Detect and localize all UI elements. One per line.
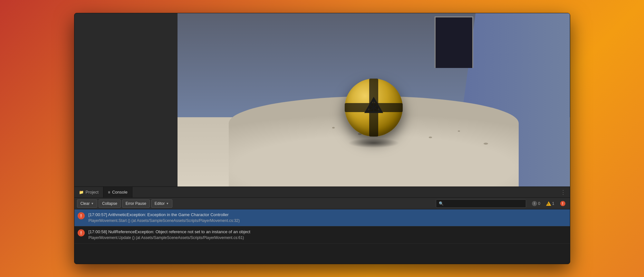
warning-badge-icon — [546, 201, 551, 206]
unity-logo-icon — [362, 96, 385, 119]
search-icon: 🔍 — [439, 201, 444, 206]
log-list: ! [17:00:57] ArithmeticException: Except… — [74, 209, 570, 264]
tab-project[interactable]: 📁 Project — [74, 187, 103, 197]
search-box[interactable]: 🔍 — [436, 199, 526, 208]
error-pause-label: Error Pause — [126, 201, 146, 206]
editor-label: Editor — [155, 201, 165, 206]
tab-bar: 📁 Project ≡ Console ⋮ — [74, 187, 570, 198]
ball-shadow — [348, 138, 399, 148]
badge-area: i 0 1 ! — [530, 200, 567, 207]
scene-door — [435, 16, 473, 68]
error-badge[interactable]: ! — [558, 200, 567, 207]
folder-icon: 📁 — [79, 190, 84, 195]
log-subtitle-2: PlayerMovement.Update () (at Assets/Samp… — [89, 235, 567, 241]
log-subtitle-1: PlayerMovement.Start () (at Assets/Sampl… — [89, 218, 567, 224]
editor-button[interactable]: Editor ▼ — [151, 199, 172, 208]
tab-project-label: Project — [86, 190, 99, 195]
scene-viewport — [178, 13, 570, 186]
search-input[interactable] — [446, 201, 523, 206]
error-icon-1: ! — [78, 212, 85, 219]
console-toolbar: Clear ▼ Collapse Error Pause Editor ▼ 🔍 — [74, 198, 570, 209]
info-badge-count: 0 — [538, 201, 540, 206]
info-badge-icon: i — [532, 201, 537, 206]
log-title-2: [17:00:58] NullReferenceException: Objec… — [89, 229, 567, 235]
scene-ball — [345, 79, 403, 137]
clear-label: Clear — [81, 201, 90, 206]
scene-debris — [429, 137, 432, 138]
unity-window: 📁 Project ≡ Console ⋮ Clear ▼ Collapse E… — [74, 13, 570, 264]
tab-console-label: Console — [112, 190, 128, 195]
scene-ball-container — [345, 79, 403, 148]
error-icon-2: ! — [78, 229, 85, 236]
tab-console[interactable]: ≡ Console — [103, 187, 132, 197]
console-icon: ≡ — [108, 190, 110, 195]
error-pause-button[interactable]: Error Pause — [122, 199, 150, 208]
viewport-area[interactable] — [178, 13, 570, 186]
warning-badge-count: 1 — [552, 201, 554, 206]
warning-badge[interactable]: 1 — [544, 201, 556, 206]
scene-debris — [458, 130, 460, 132]
editor-dropdown-arrow: ▼ — [166, 202, 169, 205]
error-badge-icon: ! — [560, 201, 565, 206]
collapse-label: Collapse — [102, 201, 117, 206]
log-text-1: [17:00:57] ArithmeticException: Exceptio… — [89, 212, 567, 224]
log-title-1: [17:00:57] ArithmeticException: Exceptio… — [89, 212, 567, 218]
log-entry-2[interactable]: ! [17:00:58] NullReferenceException: Obj… — [74, 226, 570, 244]
console-panel: 📁 Project ≡ Console ⋮ Clear ▼ Collapse E… — [74, 186, 570, 264]
scene-debris — [332, 127, 335, 129]
clear-button[interactable]: Clear ▼ — [77, 199, 98, 208]
left-panel — [74, 13, 178, 186]
log-text-2: [17:00:58] NullReferenceException: Objec… — [89, 229, 567, 241]
collapse-button[interactable]: Collapse — [99, 199, 121, 208]
log-entry-1[interactable]: ! [17:00:57] ArithmeticException: Except… — [74, 209, 570, 226]
tab-more-icon[interactable]: ⋮ — [557, 189, 570, 196]
clear-dropdown-arrow: ▼ — [91, 202, 94, 205]
main-area — [74, 13, 570, 186]
info-badge[interactable]: i 0 — [530, 200, 542, 207]
scene-debris — [484, 143, 488, 145]
